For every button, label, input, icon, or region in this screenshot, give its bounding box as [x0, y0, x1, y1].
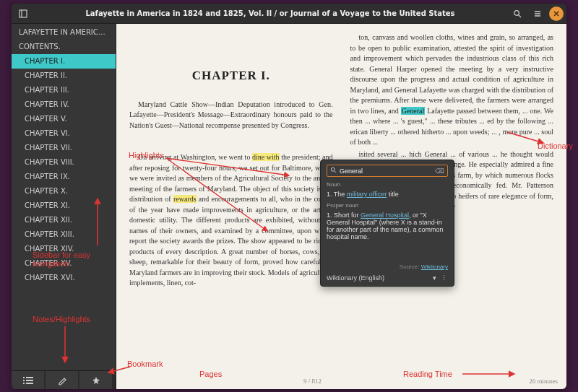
body-paragraph: ton, canvass and woollen cloths, wines a…	[350, 32, 554, 148]
svg-rect-0	[20, 10, 27, 17]
clear-icon[interactable]: ⌫	[435, 167, 444, 175]
toc-item[interactable]: CHAPTER XVI.	[12, 271, 116, 285]
search-button[interactable]	[509, 6, 526, 22]
toc-item[interactable]: CHAPTER XIV.	[12, 242, 116, 256]
pos-label: Noun	[327, 181, 448, 188]
highlight[interactable]: rewards	[173, 195, 197, 203]
toc-item[interactable]: CHAPTER IX.	[12, 170, 116, 184]
dictionary-popover: ⌫ Noun 1. The military officer title Pro…	[320, 160, 454, 287]
pos-label: Proper noun	[327, 202, 448, 209]
toc-item[interactable]: CHAPTER VI.	[12, 126, 116, 141]
toc-item[interactable]: CHAPTER XII.	[12, 213, 116, 227]
svg-line-3	[519, 15, 521, 17]
reader-pane[interactable]: CHAPTER I. Maryland Cattle Show—Indian D…	[116, 24, 566, 389]
dictionary-provider-select[interactable]: Wiktionary (English)▾	[327, 274, 436, 282]
chapter-intro: Maryland Cattle Show—Indian Deputation i…	[129, 100, 333, 131]
toc-item[interactable]: CHAPTER VIII.	[12, 155, 116, 170]
toc-item[interactable]: CHAPTER II.	[12, 69, 116, 83]
dictionary-menu-button[interactable]: ⋮	[439, 274, 448, 282]
toc-item[interactable]: CHAPTER IV.	[12, 97, 116, 112]
app-window: Lafayette in America in 1824 and 1825, V…	[12, 4, 566, 389]
svg-rect-12	[26, 380, 33, 381]
toc-item[interactable]: CHAPTER XIII.	[12, 227, 116, 242]
toc-item[interactable]: CHAPTER XV.	[12, 256, 116, 271]
chapter-heading: CHAPTER I.	[129, 67, 333, 85]
highlight[interactable]: dine with	[252, 153, 280, 161]
sidebar-bottom-bar	[12, 370, 116, 389]
definition-link[interactable]: General Hospital	[361, 212, 409, 219]
sidebar: LAFAYETTE IN AMERICA IN 1824 ...CONTENTS…	[12, 24, 116, 389]
toc-item[interactable]: CONTENTS.	[12, 40, 116, 54]
close-button[interactable]	[549, 6, 564, 21]
svg-point-2	[514, 10, 519, 15]
toc-item[interactable]: LAFAYETTE IN AMERICA IN 1824 ...	[12, 25, 116, 40]
toc-item[interactable]: CHAPTER III.	[12, 83, 116, 97]
source-link[interactable]: Wiktionary	[421, 263, 448, 270]
toc-item[interactable]: CHAPTER VII.	[12, 141, 116, 155]
definition: 1. The military officer title	[327, 191, 448, 198]
menu-button[interactable]	[529, 6, 546, 22]
body-paragraph: On arriving at Washington, we went to di…	[129, 152, 333, 289]
page-counter: 9 / 812	[303, 378, 322, 385]
toc-item[interactable]: CHAPTER XI.	[12, 199, 116, 213]
svg-rect-13	[23, 383, 25, 384]
window-title: Lafayette in America in 1824 and 1825, V…	[35, 9, 506, 17]
selected-word[interactable]: General	[401, 107, 426, 115]
svg-point-15	[331, 167, 335, 171]
bookmarks-view-button[interactable]	[79, 371, 112, 390]
svg-rect-10	[26, 377, 33, 378]
svg-rect-9	[23, 377, 25, 378]
page-column-left: CHAPTER I. Maryland Cattle Show—Indian D…	[129, 32, 333, 369]
svg-rect-11	[23, 380, 25, 381]
time-left: 26 minutes	[529, 378, 558, 385]
titlebar: Lafayette in America in 1824 and 1825, V…	[12, 4, 566, 24]
toc-view-button[interactable]	[12, 371, 44, 390]
annotations-view-button[interactable]	[46, 371, 78, 390]
definition-link[interactable]: military officer	[347, 191, 387, 198]
toc-item[interactable]: CHAPTER X.	[12, 184, 116, 199]
svg-line-16	[335, 171, 336, 173]
reader-footer: 9 / 812 26 minutes	[116, 373, 566, 389]
dictionary-search-input[interactable]	[340, 167, 432, 175]
toc-item[interactable]: CHAPTER V.	[12, 112, 116, 126]
dictionary-source: Source: Wiktionary	[327, 263, 448, 270]
definition: 1. Short for General Hospital, or "X Gen…	[327, 212, 448, 240]
table-of-contents[interactable]: LAFAYETTE IN AMERICA IN 1824 ...CONTENTS…	[12, 24, 116, 370]
toc-item[interactable]: CHAPTER I.	[12, 54, 116, 69]
dictionary-search[interactable]: ⌫	[327, 165, 448, 177]
search-icon	[330, 167, 337, 175]
chevron-down-icon: ▾	[433, 274, 436, 282]
svg-rect-14	[26, 383, 33, 384]
sidebar-toggle-button[interactable]	[14, 6, 32, 22]
